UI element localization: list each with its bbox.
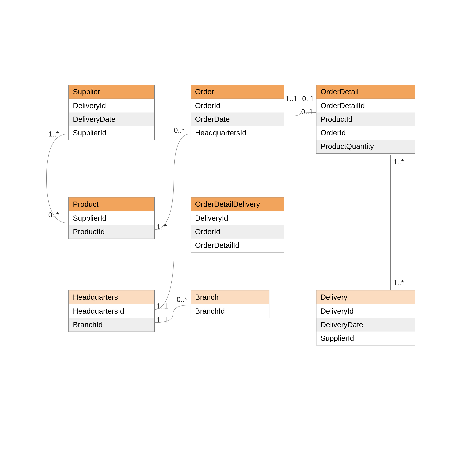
multiplicity-label: 0..1 (302, 95, 314, 103)
multiplicity-label: 0..1 (301, 108, 313, 116)
entity-order-detail-delivery-row: OrderId (191, 225, 284, 238)
entity-order-detail-row: OrderDetailId (316, 99, 415, 113)
entity-order-detail-row: ProductId (316, 113, 415, 126)
multiplicity-label: 1..* (393, 279, 404, 287)
multiplicity-label: 1..1 (156, 302, 168, 310)
multiplicity-label: 0..* (177, 296, 187, 304)
multiplicity-label: 0..* (174, 126, 185, 135)
entity-order-detail-delivery-row: DeliveryId (191, 211, 284, 225)
multiplicity-label: 0..* (48, 211, 59, 219)
entity-headquarters-row: HeadquartersId (69, 304, 154, 318)
entity-product-row: ProductId (69, 225, 154, 238)
entity-order: Order OrderId OrderDate HeadquartersId (191, 85, 284, 140)
entity-order-detail: OrderDetail OrderDetailId ProductId Orde… (316, 85, 415, 153)
multiplicity-label: 1..* (393, 158, 404, 166)
entity-order-detail-row: OrderId (316, 126, 415, 140)
entity-delivery-row: DeliveryDate (316, 318, 415, 332)
entity-order-detail-delivery-row: OrderDetailId (191, 238, 284, 252)
entity-order-detail-row: ProductQuantity (316, 140, 415, 153)
entity-supplier-row: SupplierId (69, 126, 154, 140)
entity-delivery: Delivery DeliveryId DeliveryDate Supplie… (316, 290, 415, 345)
multiplicity-label: 1..1 (285, 95, 297, 103)
entity-headquarters-title: Headquarters (69, 290, 154, 304)
entity-headquarters: Headquarters HeadquartersId BranchId (68, 290, 155, 332)
entity-order-row: OrderId (191, 99, 284, 113)
entity-branch-row: BranchId (191, 304, 269, 318)
entity-supplier-row: DeliveryDate (69, 113, 154, 126)
entity-delivery-row: SupplierId (316, 332, 415, 345)
entity-order-detail-delivery-title: OrderDetailDelivery (191, 197, 284, 211)
entity-order-row: OrderDate (191, 113, 284, 126)
entity-product-row: SupplierId (69, 211, 154, 225)
entity-supplier-title: Supplier (69, 85, 154, 99)
er-diagram-canvas: Supplier DeliveryId DeliveryDate Supplie… (0, 0, 476, 476)
multiplicity-label: 1..* (156, 223, 167, 231)
multiplicity-label: 1..1 (156, 316, 168, 324)
entity-product-title: Product (69, 197, 154, 211)
entity-branch: Branch BranchId (191, 290, 270, 318)
entity-supplier: Supplier DeliveryId DeliveryDate Supplie… (68, 85, 155, 140)
entity-delivery-title: Delivery (316, 290, 415, 304)
entity-branch-title: Branch (191, 290, 269, 304)
entity-order-title: Order (191, 85, 284, 99)
entity-order-detail-delivery: OrderDetailDelivery DeliveryId OrderId O… (191, 197, 284, 253)
entity-product: Product SupplierId ProductId (68, 197, 155, 239)
entity-headquarters-row: BranchId (69, 318, 154, 332)
multiplicity-label: 1..* (48, 130, 59, 138)
entity-delivery-row: DeliveryId (316, 304, 415, 318)
entity-order-row: HeadquartersId (191, 126, 284, 140)
entity-supplier-row: DeliveryId (69, 99, 154, 113)
entity-order-detail-title: OrderDetail (316, 85, 415, 99)
